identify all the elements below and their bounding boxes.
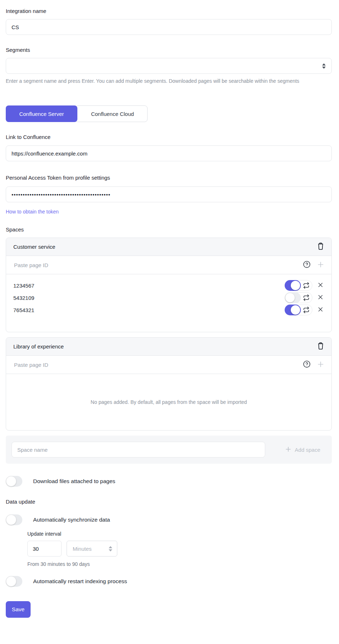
space-card-library-of-experience: Library of experience — [6, 337, 332, 431]
trash-icon — [317, 242, 324, 251]
paste-page-id-input[interactable] — [13, 262, 297, 269]
page-id-text: 1234567 — [13, 283, 34, 289]
space-card-title: Library of experience — [13, 343, 64, 350]
page-sync-control — [285, 280, 312, 291]
add-space-button[interactable]: Add space — [283, 446, 326, 454]
auto-sync-toggle[interactable] — [6, 514, 22, 525]
select-updown-icon — [322, 63, 326, 69]
update-interval-label: Update interval — [27, 531, 332, 537]
auto-restart-row: Automatically restart indexing process — [6, 576, 332, 587]
segments-select[interactable] — [6, 58, 332, 74]
delete-space-button[interactable] — [317, 342, 324, 351]
tab-confluence-cloud[interactable]: Confluence Cloud — [75, 105, 148, 122]
delete-space-button[interactable] — [317, 242, 324, 251]
update-interval-helper: From 30 minutes to 90 days — [27, 561, 332, 567]
paste-page-id-input[interactable] — [13, 361, 297, 368]
page-id-text: 7654321 — [13, 307, 34, 313]
space-card-header: Library of experience — [6, 338, 331, 356]
token-help-link[interactable]: How to obtain the token — [6, 209, 59, 215]
download-files-label: Download files attached to pages — [33, 478, 115, 485]
page-row: 5432109 — [13, 292, 324, 304]
close-icon — [317, 282, 324, 289]
page-sync-toggle[interactable] — [285, 280, 301, 291]
space-card-header: Customer service — [6, 238, 331, 256]
interval-unit-value: Minutes — [73, 546, 92, 552]
integration-settings-form: Integration name Segments Enter a segmen… — [0, 0, 339, 627]
interval-unit-select[interactable]: Minutes — [67, 541, 117, 557]
auto-restart-label: Automatically restart indexing process — [33, 578, 127, 585]
confluence-link-label: Link to Confluence — [6, 134, 332, 140]
help-circle-icon — [303, 360, 311, 369]
help-circle-icon — [303, 261, 311, 269]
close-icon — [317, 294, 324, 301]
auto-sync-row: Automatically synchronize data — [6, 514, 332, 525]
page-sync-control — [285, 305, 312, 315]
remove-page-button[interactable] — [317, 306, 324, 314]
confluence-source-tabs: Confluence Server Confluence Cloud — [6, 105, 332, 122]
token-label: Personal Access Token from profile setti… — [6, 175, 332, 181]
plus-icon — [317, 261, 324, 269]
confluence-link-input[interactable] — [6, 145, 332, 161]
empty-pages-message: No pages added. By default, all pages fr… — [6, 374, 331, 430]
download-files-toggle[interactable] — [6, 476, 22, 487]
page-row: 7654321 — [13, 304, 324, 316]
page-sync-toggle[interactable] — [285, 292, 301, 303]
plus-icon — [285, 446, 291, 454]
trash-icon — [317, 342, 324, 351]
add-page-id-button[interactable] — [317, 361, 324, 369]
add-space-panel: Add space — [6, 436, 332, 464]
paste-page-id-row — [6, 256, 331, 274]
page-id-help-button[interactable] — [303, 261, 311, 269]
sync-icon — [303, 307, 309, 313]
add-page-id-button[interactable] — [317, 261, 324, 269]
remove-page-button[interactable] — [317, 294, 324, 301]
space-name-input[interactable] — [12, 442, 265, 458]
page-id-help-button[interactable] — [303, 360, 311, 369]
update-interval-input[interactable] — [27, 541, 62, 557]
add-space-button-label: Add space — [295, 447, 320, 453]
pages-list: 1234567 — [6, 274, 331, 332]
auto-restart-toggle[interactable] — [6, 576, 22, 587]
tab-confluence-server[interactable]: Confluence Server — [6, 105, 77, 122]
integration-name-label: Integration name — [6, 8, 332, 14]
page-row: 1234567 — [13, 279, 324, 292]
page-id-text: 5432109 — [13, 295, 34, 301]
token-input[interactable] — [6, 186, 332, 202]
select-updown-icon — [109, 546, 112, 551]
spaces-label: Spaces — [6, 226, 332, 233]
paste-page-id-row — [6, 356, 331, 374]
save-button[interactable]: Save — [6, 601, 31, 618]
download-files-row: Download files attached to pages — [6, 476, 332, 487]
close-icon — [317, 306, 324, 314]
sync-icon — [303, 294, 309, 301]
remove-page-button[interactable] — [317, 282, 324, 289]
segments-helper-text: Enter a segment name and press Enter. Yo… — [6, 77, 322, 85]
segments-label: Segments — [6, 47, 332, 53]
page-sync-toggle[interactable] — [285, 305, 301, 315]
page-sync-control — [285, 292, 312, 303]
space-card-customer-service: Customer service — [6, 238, 332, 332]
update-interval-block: Update interval Minutes From 30 minutes … — [27, 531, 332, 567]
plus-icon — [317, 361, 324, 369]
integration-name-input[interactable] — [6, 19, 332, 35]
data-update-heading: Data update — [6, 499, 332, 505]
auto-sync-label: Automatically synchronize data — [33, 517, 110, 523]
space-card-title: Customer service — [13, 244, 55, 250]
sync-icon — [303, 282, 309, 289]
